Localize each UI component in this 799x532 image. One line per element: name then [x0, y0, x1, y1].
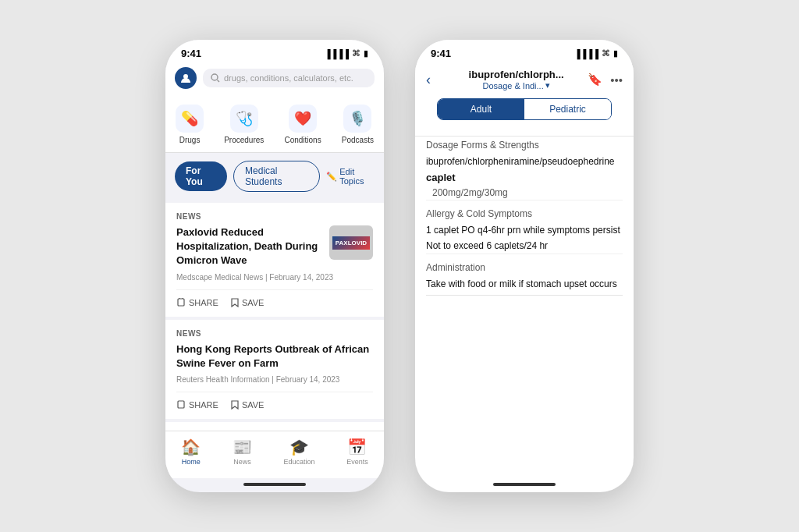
- drug-header: ‹ ibuprofen/chlorph... Dosage & Indi... …: [415, 62, 634, 137]
- education-label: Education: [284, 458, 315, 466]
- share-icon-2: [176, 400, 186, 410]
- edit-topics-btn[interactable]: ✏️ Edit Topics: [326, 167, 375, 186]
- drugs-label: Drugs: [179, 136, 201, 144]
- podcasts-label: Podcasts: [342, 136, 374, 144]
- save-btn-2[interactable]: SAVE: [231, 400, 265, 410]
- share-icon: [176, 298, 186, 307]
- news-meta-1: Medscape Medical News | February 14, 202…: [176, 273, 373, 282]
- news-thumb-1: PAXLOVID: [329, 225, 373, 260]
- home-indicator-1: [243, 483, 306, 486]
- bookmark-drug-icon[interactable]: 🔖: [588, 73, 602, 87]
- tab-pediatric[interactable]: Pediatric: [524, 99, 611, 119]
- status-bar-2: 9:41 ▐▐▐▐ ⌘ ▮: [415, 40, 634, 62]
- conditions-icon: ❤️: [289, 105, 317, 133]
- podcasts-icon: 🎙️: [343, 105, 371, 133]
- procedures-icon: 🩺: [230, 105, 258, 133]
- wifi-icon-2: ⌘: [602, 48, 610, 59]
- feed-area: For You Medical Students ✏️ Edit Topics …: [165, 153, 384, 431]
- drug-dose-strength: 200mg/2mg/30mg: [426, 186, 623, 200]
- news-label: News: [233, 458, 251, 466]
- home-label: Home: [182, 458, 201, 466]
- tab-for-you[interactable]: For You: [175, 161, 227, 191]
- quick-link-drugs[interactable]: 💊 Drugs: [176, 105, 204, 144]
- battery-icon-2: ▮: [613, 48, 618, 59]
- drug-admin-instruction: Take with food or milk if stomach upset …: [426, 276, 623, 292]
- phone-1: 9:41 ▐▐▐▐ ⌘ ▮ drugs, conditions, calc: [165, 40, 384, 492]
- drug-content: Dosage Forms & Strengths ibuprofen/chlor…: [415, 137, 634, 307]
- edit-icon: ✏️: [326, 172, 337, 182]
- status-icons-2: ▐▐▐▐ ⌘ ▮: [574, 48, 618, 59]
- svg-rect-4: [178, 401, 184, 408]
- news-content-2: Hong Kong Reports Outbreak of African Sw…: [176, 342, 373, 371]
- news-label-2: NEWS: [176, 329, 373, 338]
- signal-icon: ▐▐▐▐: [325, 49, 349, 59]
- signal-icon-2: ▐▐▐▐: [574, 49, 598, 59]
- conditions-label: Conditions: [284, 136, 321, 144]
- education-icon: 🎓: [289, 438, 309, 456]
- bookmark-icon: [231, 298, 239, 307]
- quick-links: 💊 Drugs 🩺 Procedures ❤️ Conditions 🎙️ Po…: [165, 97, 384, 153]
- more-options-icon[interactable]: •••: [610, 73, 623, 87]
- drugs-icon: 💊: [176, 105, 204, 133]
- quick-link-podcasts[interactable]: 🎙️ Podcasts: [342, 105, 374, 144]
- section-allergy: Allergy & Cold Symptoms: [426, 200, 623, 222]
- procedures-label: Procedures: [224, 136, 264, 144]
- share-btn-1[interactable]: SHARE: [176, 298, 218, 307]
- quick-link-conditions[interactable]: ❤️ Conditions: [284, 105, 321, 144]
- tab-medical-students[interactable]: Medical Students: [233, 161, 320, 192]
- user-avatar[interactable]: [175, 67, 197, 89]
- news-actions-1: SHARE SAVE: [176, 289, 373, 307]
- drug-dosing-instruction-1: 1 caplet PO q4-6hr prn while symptoms pe…: [426, 222, 623, 238]
- events-label: Events: [346, 458, 368, 466]
- news-card-2: NEWS Hong Kong Reports Outbreak of Afric…: [165, 320, 384, 419]
- status-time-1: 9:41: [181, 48, 201, 59]
- news-content-1: Paxlovid Reduced Hospitalization, Death …: [176, 225, 373, 268]
- news-title-1[interactable]: Paxlovid Reduced Hospitalization, Death …: [176, 225, 323, 268]
- section-dosage-forms: Dosage Forms & Strengths: [426, 137, 623, 154]
- drug-header-icons: 🔖 •••: [588, 73, 623, 87]
- news-card-3: NEWS No New COVID-19 Variants COVID: [165, 422, 384, 431]
- search-placeholder: drugs, conditions, calculators, etc.: [224, 73, 353, 83]
- topic-tabs: For You Medical Students ✏️ Edit Topics: [165, 153, 384, 200]
- share-btn-2[interactable]: SHARE: [176, 400, 218, 410]
- adult-ped-tabs: Adult Pediatric: [437, 98, 612, 120]
- status-bar-1: 9:41 ▐▐▐▐ ⌘ ▮: [165, 40, 384, 62]
- svg-point-1: [211, 74, 218, 80]
- quick-link-procedures[interactable]: 🩺 Procedures: [224, 105, 264, 144]
- search-icon: [211, 73, 220, 83]
- news-title-2[interactable]: Hong Kong Reports Outbreak of African Sw…: [176, 342, 373, 371]
- drug-form-caplet: caplet: [426, 169, 623, 186]
- drug-title: ibuprofen/chlorph...: [445, 69, 588, 80]
- status-time-2: 9:41: [431, 48, 451, 59]
- news-card-1: NEWS Paxlovid Reduced Hospitalization, D…: [165, 203, 384, 317]
- news-meta-2: Reuters Health Information | February 14…: [176, 375, 373, 384]
- drug-header-top: ‹ ibuprofen/chlorph... Dosage & Indi... …: [426, 69, 623, 90]
- svg-line-2: [218, 80, 220, 83]
- search-input[interactable]: drugs, conditions, calculators, etc.: [203, 69, 375, 87]
- tab-events[interactable]: 📅 Events: [346, 438, 368, 466]
- news-icon: 📰: [233, 438, 252, 456]
- svg-rect-3: [178, 299, 184, 306]
- bookmark-icon-2: [231, 400, 239, 410]
- wifi-icon: ⌘: [352, 48, 360, 59]
- save-btn-1[interactable]: SAVE: [231, 298, 265, 307]
- tab-news[interactable]: 📰 News: [233, 438, 252, 466]
- paxlovid-thumb: PAXLOVID: [332, 236, 370, 250]
- status-icons-1: ▐▐▐▐ ⌘ ▮: [325, 48, 368, 59]
- news-actions-2: SHARE SAVE: [176, 392, 373, 410]
- home-icon: 🏠: [181, 438, 201, 456]
- drug-subtitle[interactable]: Dosage & Indi... ▾: [445, 80, 588, 90]
- phone-2: 9:41 ▐▐▐▐ ⌘ ▮ ‹ ibuprofen/chlorph... Dos…: [415, 40, 634, 492]
- back-button[interactable]: ‹: [426, 72, 445, 88]
- tab-home[interactable]: 🏠 Home: [181, 438, 201, 466]
- tab-education[interactable]: 🎓 Education: [284, 438, 315, 466]
- search-bar-area: drugs, conditions, calculators, etc.: [165, 62, 384, 97]
- home-indicator-2: [493, 483, 556, 486]
- drug-title-area: ibuprofen/chlorph... Dosage & Indi... ▾: [445, 69, 588, 90]
- events-icon: 📅: [347, 438, 367, 456]
- drug-generic-name: ibuprofen/chlorpheniramine/pseudoephedri…: [426, 154, 623, 169]
- interactions-row[interactable]: Interactions ›: [426, 295, 623, 307]
- drug-dosing-instruction-2: Not to exceed 6 caplets/24 hr: [426, 238, 623, 254]
- tab-adult[interactable]: Adult: [438, 99, 524, 119]
- battery-icon: ▮: [364, 48, 368, 59]
